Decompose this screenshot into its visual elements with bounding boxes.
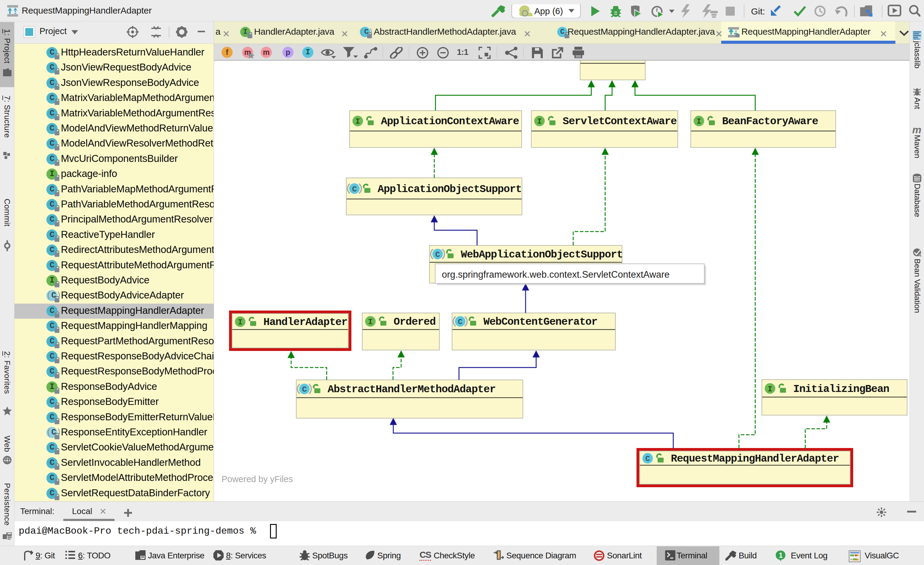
svg-text:Ordered: Ordered	[394, 316, 435, 328]
svg-text:I: I	[768, 385, 772, 394]
svg-text:RequestMappingHandlerAdapter: RequestMappingHandlerAdapter	[671, 453, 839, 465]
svg-text:1: 1	[779, 551, 783, 559]
svg-text:InitializingBean: InitializingBean	[793, 383, 889, 395]
svg-text:I: I	[696, 117, 701, 126]
svg-text:C: C	[352, 185, 357, 194]
svg-text:I: I	[368, 317, 373, 326]
svg-text:WebApplicationObjectSupport: WebApplicationObjectSupport	[461, 249, 622, 261]
svg-text:BeanFactoryAware: BeanFactoryAware	[722, 116, 818, 128]
svg-text:C: C	[458, 317, 463, 326]
svg-text:WebContentGenerator: WebContentGenerator	[483, 316, 597, 328]
svg-text:HandlerAdapter: HandlerAdapter	[263, 316, 348, 328]
svg-text:ApplicationContextAware: ApplicationContextAware	[381, 116, 519, 128]
svg-text:C: C	[302, 385, 307, 394]
svg-text:C: C	[645, 454, 650, 463]
svg-text:C: C	[435, 250, 440, 259]
svg-text:I: I	[238, 318, 243, 327]
svg-text:Git:: Git:	[751, 6, 765, 16]
svg-text:ServletContextAware: ServletContextAware	[562, 116, 676, 128]
svg-text:App (6): App (6)	[534, 6, 563, 16]
svg-text:org.springframework.web.contex: org.springframework.web.context.ServletC…	[442, 269, 670, 280]
svg-text:I: I	[537, 117, 542, 126]
svg-text:ApplicationObjectSupport: ApplicationObjectSupport	[378, 183, 522, 195]
svg-text:I: I	[356, 117, 360, 126]
svg-text:AbstractHandlerMethodAdapter: AbstractHandlerMethodAdapter	[328, 383, 495, 395]
